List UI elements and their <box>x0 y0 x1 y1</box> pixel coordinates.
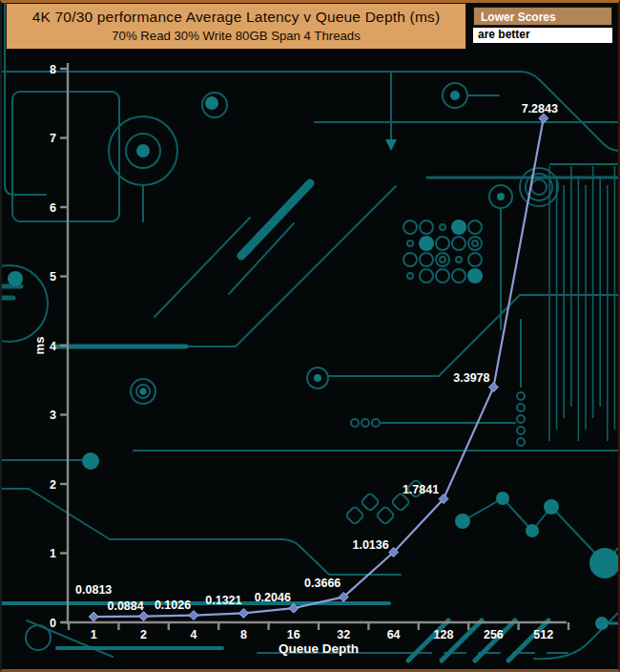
data-point-label: 1.7841 <box>403 483 439 496</box>
are-better-note: are better <box>473 28 612 43</box>
y-tick-label: 8 <box>50 63 56 76</box>
y-tick-label: 3 <box>50 409 56 422</box>
x-tick-label: 512 <box>533 628 553 641</box>
data-point-label: 0.1321 <box>205 594 241 607</box>
chart-title: 4K 70/30 performance Average Latency v Q… <box>7 9 465 26</box>
data-point-label: 7.2843 <box>522 102 558 116</box>
data-point-label: 1.0136 <box>352 538 388 552</box>
lower-scores-note: Lower Scores <box>473 7 612 26</box>
axis-labels: 0123456781248163264128256512Queue Depthm… <box>32 63 553 657</box>
x-tick-label: 32 <box>337 628 350 641</box>
y-tick-label: 7 <box>50 132 56 145</box>
y-tick-label: 2 <box>50 478 56 492</box>
x-tick-label: 16 <box>287 628 300 641</box>
axes <box>60 63 568 630</box>
data-point-label: 0.3666 <box>304 577 341 590</box>
data-point-marker <box>289 603 299 613</box>
data-point-label: 0.1026 <box>155 598 191 612</box>
x-tick-label: 128 <box>434 628 454 641</box>
data-point-label: 3.3978 <box>453 371 489 385</box>
data-point-label: 0.2046 <box>255 591 291 604</box>
y-tick-label: 5 <box>50 270 56 284</box>
point-labels: 0.08130.08840.10260.13210.20460.36661.01… <box>75 102 558 613</box>
x-tick-label: 256 <box>484 628 504 641</box>
series-markers <box>89 114 548 621</box>
data-point-marker <box>89 612 98 621</box>
data-point-marker <box>488 383 498 392</box>
data-point-marker <box>139 612 149 621</box>
data-point-marker <box>238 608 248 618</box>
x-tick-label: 1 <box>91 628 97 641</box>
x-axis-title: Queue Depth <box>279 641 359 656</box>
x-tick-label: 64 <box>387 628 401 641</box>
y-tick-label: 1 <box>50 547 56 560</box>
y-tick-label: 0 <box>50 617 56 630</box>
chart-title-bar: 4K 70/30 performance Average Latency v Q… <box>6 3 466 50</box>
y-axis-title: ms <box>32 337 47 355</box>
y-tick-label: 6 <box>50 201 56 215</box>
series-line <box>93 118 544 617</box>
data-point-marker <box>189 611 198 620</box>
x-tick-label: 8 <box>240 628 247 641</box>
y-tick-label: 4 <box>50 340 56 353</box>
latency-line-chart: 0123456781248163264128256512Queue Depthm… <box>0 0 620 672</box>
data-point-label: 0.0813 <box>75 583 112 597</box>
chart-panel: 0123456781248163264128256512Queue Depthm… <box>0 0 620 672</box>
x-tick-label: 2 <box>140 628 147 641</box>
x-tick-label: 4 <box>191 628 197 641</box>
chart-subtitle: 70% Read 30% Write 80GB Span 4 Threads <box>7 29 465 43</box>
data-point-label: 0.0884 <box>107 599 143 613</box>
